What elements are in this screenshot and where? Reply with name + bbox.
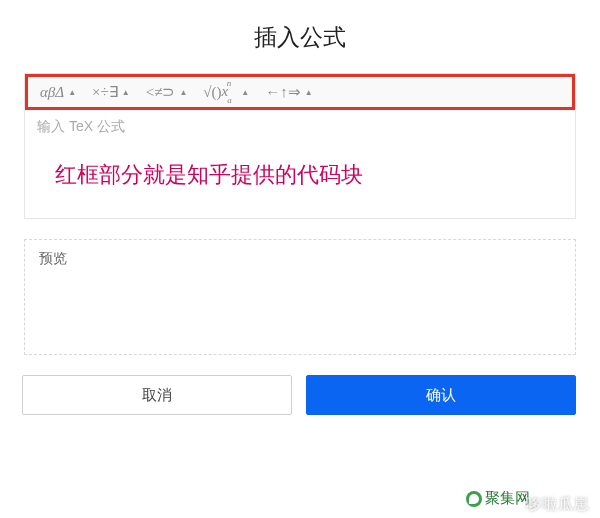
toolbar-func-label: √() [203,84,221,101]
chevron-up-icon: ▲ [241,88,249,97]
cancel-button[interactable]: 取消 [22,375,292,415]
chevron-up-icon: ▲ [122,88,130,97]
toolbar-group-functions[interactable]: √() xan ▲ [195,82,257,102]
toolbar-greek-label: αβΔ [40,84,64,101]
annotation-text: 红框部分就是知乎提供的代码块 [37,154,563,206]
toolbar-func-xn: xan [222,82,238,102]
preview-panel: 预览 [24,239,576,355]
author-watermark: 哆啦瓜崽 [526,495,590,514]
toolbar-arrows-label: ←↑⇒ [265,83,301,101]
formula-input-placeholder: 输入 TeX 公式 [37,118,563,136]
dialog-button-row: 取消 确认 [22,375,576,415]
toolbar-group-operators[interactable]: ×÷∃ ▲ [84,83,138,101]
chevron-up-icon: ▲ [68,88,76,97]
chevron-up-icon: ▲ [305,88,313,97]
confirm-button[interactable]: 确认 [306,375,576,415]
dialog-title: 插入公式 [0,0,600,73]
toolbar-group-arrows[interactable]: ←↑⇒ ▲ [257,83,320,101]
site-watermark-text: 聚集网 [485,489,530,508]
toolbar-group-relations[interactable]: <≠⊃ ▲ [138,83,196,101]
toolbar-ops-label: ×÷∃ [92,83,118,101]
site-watermark: 聚集网 [466,489,530,508]
toolbar-rel-label: <≠⊃ [146,83,176,101]
formula-toolbar: αβΔ ▲ ×÷∃ ▲ <≠⊃ ▲ √() xan ▲ ←↑⇒ ▲ [25,74,575,110]
preview-label: 预览 [39,250,561,268]
formula-editor-panel: αβΔ ▲ ×÷∃ ▲ <≠⊃ ▲ √() xan ▲ ←↑⇒ ▲ 输入 TeX… [24,73,576,219]
site-logo-icon [466,491,482,507]
toolbar-group-greek[interactable]: αβΔ ▲ [32,84,84,101]
chevron-up-icon: ▲ [179,88,187,97]
formula-input-area[interactable]: 输入 TeX 公式 红框部分就是知乎提供的代码块 [25,110,575,218]
